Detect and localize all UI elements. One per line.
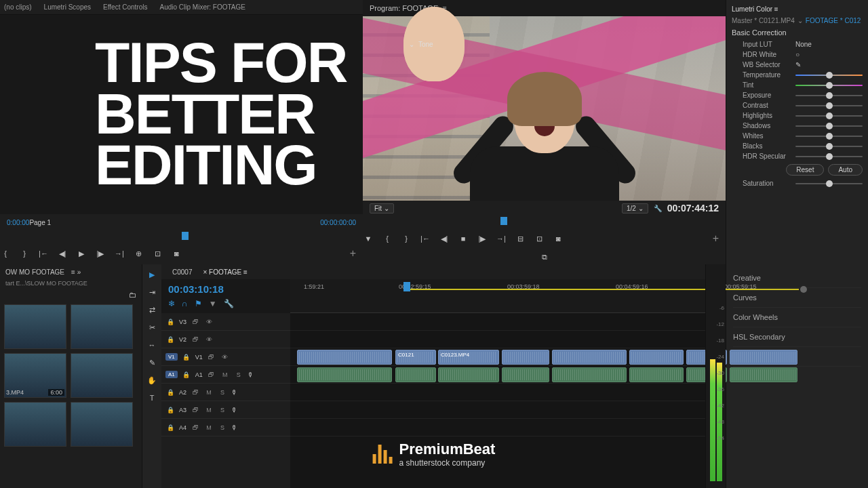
program-playhead[interactable] (500, 217, 507, 225)
link-icon[interactable]: ⚑ (195, 299, 202, 308)
basic-correction-section[interactable]: Basic Correction (732, 26, 863, 39)
program-scrubber[interactable] (363, 216, 726, 228)
type-tool-icon[interactable]: T (146, 392, 158, 404)
sequence-tab-active[interactable]: × FOOTAGE ≡ (203, 268, 247, 276)
track-a2[interactable]: 🔒A2🗗MS🎙 (161, 384, 290, 401)
step-fwd-icon[interactable]: |▶ (95, 248, 106, 259)
mark-in-icon[interactable]: { (382, 233, 393, 244)
shadows-slider[interactable] (795, 125, 863, 127)
track-v2[interactable]: 🔒V2🗗👁 (161, 331, 290, 348)
tab-effect-controls[interactable]: Effect Controls (103, 3, 147, 11)
lift-icon[interactable]: ⊟ (515, 233, 526, 244)
snap-icon[interactable]: ❄ (168, 299, 175, 308)
new-bin-icon[interactable]: 🗀 (129, 291, 136, 299)
extract-icon[interactable]: ⊡ (534, 233, 545, 244)
step-back-icon[interactable]: ◀| (439, 233, 450, 244)
timeline-playhead[interactable] (403, 282, 410, 291)
eyedropper-icon[interactable]: ✎ (795, 61, 801, 68)
video-clip[interactable] (629, 350, 684, 365)
stop-icon[interactable]: ■ (458, 233, 469, 244)
saturation-slider[interactable] (795, 183, 863, 184)
add-button-icon[interactable]: + (713, 232, 719, 245)
track-select-tool-icon[interactable]: ⇥ (146, 286, 158, 298)
track-lanes[interactable]: C0121 C0123.MP4 (290, 313, 705, 488)
mark-out-icon[interactable]: } (401, 233, 412, 244)
blacks-slider[interactable] (795, 146, 863, 147)
track-a3[interactable]: 🔒A3🗗MS🎙 (161, 401, 290, 419)
export-frame-icon[interactable]: ◙ (553, 233, 564, 244)
hdr-specular-slider[interactable] (795, 156, 863, 157)
work-area-end[interactable] (800, 286, 807, 293)
video-clip[interactable]: C0123.MP4 (438, 350, 499, 365)
whites-slider[interactable] (795, 136, 863, 137)
mark-in-icon[interactable]: { (0, 248, 11, 259)
marker-icon[interactable]: ▼ (209, 299, 217, 308)
comparison-view-icon[interactable]: ⧉ (539, 251, 550, 262)
audio-clip[interactable] (297, 367, 392, 382)
tab-noclips[interactable]: (no clips) (4, 3, 32, 11)
export-frame-icon[interactable]: ◙ (171, 248, 182, 259)
highlights-slider[interactable] (795, 115, 863, 117)
step-back-icon[interactable]: ◀| (57, 248, 68, 259)
audio-clip[interactable] (552, 367, 627, 382)
color-wheels-section[interactable]: Color Wheels (733, 308, 861, 327)
input-lut-value[interactable]: None (795, 41, 812, 48)
source-ruler[interactable]: 0:00:00 Page 1 00:00:00:00 (0, 214, 363, 230)
clip-thumbnail[interactable] (71, 402, 133, 447)
video-clip[interactable] (502, 350, 549, 365)
tint-slider[interactable] (795, 85, 863, 86)
project-tab[interactable]: OW MO FOOTAGE (5, 268, 64, 276)
track-a1[interactable]: A1🔒A1🗗MS🎙 (161, 366, 290, 384)
razor-tool-icon[interactable]: ✂ (146, 321, 158, 333)
lumetri-master[interactable]: Master * C0121.MP4 (732, 17, 795, 24)
audio-clip[interactable] (438, 367, 499, 382)
magnet-icon[interactable]: ∩ (182, 299, 188, 308)
panel-chevron-icon[interactable]: ≡ » (71, 268, 81, 276)
clip-thumbnail[interactable] (4, 304, 66, 349)
contrast-slider[interactable] (795, 105, 863, 106)
sequence-tab[interactable]: C0007 (172, 268, 192, 276)
timeline-ruler[interactable]: 1:59:21 00:02:59:15 00:03:59:18 00:04:59… (290, 279, 705, 313)
resolution-dropdown[interactable]: 1/2 ⌄ (622, 203, 648, 214)
track-v3[interactable]: 🔒V3🗗👁 (161, 313, 290, 331)
tab-lumetri-scopes[interactable]: Lumetri Scopes (44, 3, 91, 11)
hand-tool-icon[interactable]: ✋ (146, 374, 158, 386)
video-clip[interactable] (552, 350, 627, 365)
fit-dropdown[interactable]: Fit ⌄ (370, 203, 394, 214)
page-label[interactable]: Page 1 (29, 219, 51, 226)
add-marker-icon[interactable]: ▼ (363, 233, 374, 244)
go-out-icon[interactable]: →| (496, 233, 507, 244)
go-in-icon[interactable]: |← (420, 233, 431, 244)
clip-thumbnail[interactable] (71, 304, 133, 349)
lumetri-footage[interactable]: FOOTAGE * C012 (806, 17, 861, 24)
audio-clip[interactable] (629, 367, 684, 382)
settings-icon[interactable]: 🔧 (224, 299, 234, 308)
source-scrubber[interactable] (0, 230, 363, 243)
go-out-icon[interactable]: →| (114, 248, 125, 259)
audio-clip[interactable] (730, 367, 797, 382)
audio-clip[interactable] (502, 367, 549, 382)
go-in-icon[interactable]: |← (38, 248, 49, 259)
hdr-white-toggle[interactable]: ○ (795, 51, 800, 58)
source-playhead[interactable] (182, 232, 189, 240)
reset-button[interactable]: Reset (786, 164, 824, 176)
wrench-icon[interactable]: 🔧 (654, 205, 662, 212)
play-icon[interactable]: ▶ (76, 248, 87, 259)
insert-icon[interactable]: ⊕ (133, 248, 144, 259)
video-clip[interactable] (730, 350, 797, 365)
tab-audio-mixer[interactable]: Audio Clip Mixer: FOOTAGE (159, 3, 245, 11)
step-fwd-icon[interactable]: |▶ (477, 233, 488, 244)
hsl-secondary-section[interactable]: HSL Secondary (733, 327, 861, 347)
ripple-tool-icon[interactable]: ⇄ (146, 304, 158, 316)
temperature-slider[interactable] (795, 75, 863, 76)
audio-clip[interactable] (395, 367, 436, 382)
clip-thumbnail[interactable] (4, 402, 66, 447)
track-a4[interactable]: 🔒A4🗗MS🎙 (161, 419, 290, 436)
mark-out-icon[interactable]: } (19, 248, 30, 259)
video-clip[interactable] (297, 350, 392, 365)
track-v1[interactable]: V1🔒V1🗗👁 (161, 348, 290, 366)
pen-tool-icon[interactable]: ✎ (146, 357, 158, 369)
slip-tool-icon[interactable]: ↔ (146, 339, 158, 351)
exposure-slider[interactable] (795, 95, 863, 96)
add-button-icon[interactable]: + (350, 247, 356, 260)
